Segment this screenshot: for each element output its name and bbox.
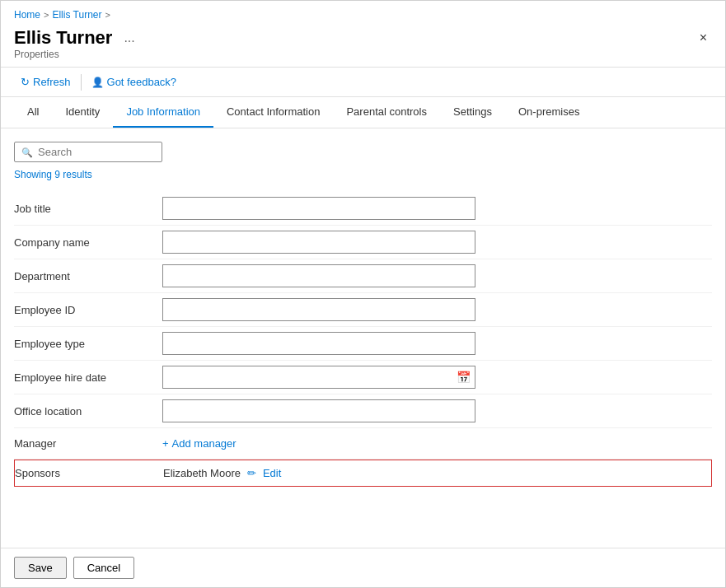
input-employee-type[interactable] bbox=[162, 332, 475, 355]
search-input[interactable] bbox=[38, 146, 155, 158]
content-area: Showing 9 results Job title Company name… bbox=[1, 128, 725, 548]
field-job-title: Job title bbox=[14, 192, 712, 226]
field-company-name: Company name bbox=[14, 226, 712, 259]
field-department: Department bbox=[14, 259, 712, 293]
breadcrumb: Home > Ellis Turner > bbox=[1, 1, 725, 24]
label-sponsors: Sponsors bbox=[15, 467, 163, 479]
feedback-label: Got feedback? bbox=[107, 76, 177, 88]
field-employee-type: Employee type bbox=[14, 327, 712, 361]
value-sponsors: Elizabeth Moore ✏ Edit bbox=[163, 467, 281, 479]
field-manager: Manager Add manager bbox=[14, 428, 712, 460]
form-fields: Job title Company name Department Employ… bbox=[14, 192, 712, 487]
field-employee-hire-date: Employee hire date 📅 bbox=[14, 361, 712, 394]
label-department: Department bbox=[14, 270, 162, 282]
value-department bbox=[162, 264, 475, 287]
tab-identity[interactable]: Identity bbox=[52, 97, 113, 128]
label-employee-type: Employee type bbox=[14, 338, 162, 350]
input-job-title[interactable] bbox=[162, 197, 475, 220]
refresh-icon bbox=[21, 76, 30, 88]
plus-icon bbox=[162, 437, 169, 450]
search-box bbox=[14, 142, 162, 162]
tab-job-information[interactable]: Job Information bbox=[113, 97, 213, 128]
value-job-title bbox=[162, 197, 475, 220]
tab-on-premises[interactable]: On-premises bbox=[505, 97, 593, 128]
input-employee-hire-date[interactable] bbox=[162, 366, 475, 389]
refresh-label: Refresh bbox=[33, 76, 71, 88]
value-employee-hire-date: 📅 bbox=[162, 366, 475, 389]
toolbar: Refresh Got feedback? bbox=[1, 67, 725, 97]
value-employee-id bbox=[162, 298, 475, 321]
tab-bar: All Identity Job Information Contact Inf… bbox=[1, 97, 725, 128]
value-office-location bbox=[162, 399, 475, 422]
add-manager-button[interactable]: Add manager bbox=[162, 437, 237, 450]
input-office-location[interactable] bbox=[162, 399, 475, 422]
breadcrumb-home[interactable]: Home bbox=[14, 9, 40, 21]
label-company-name: Company name bbox=[14, 236, 162, 249]
field-employee-id: Employee ID bbox=[14, 293, 712, 327]
tab-all[interactable]: All bbox=[14, 97, 52, 128]
sponsors-edit-button[interactable]: Edit bbox=[263, 467, 281, 479]
save-button[interactable]: Save bbox=[14, 557, 67, 579]
close-button[interactable]: × bbox=[695, 27, 712, 49]
cancel-button[interactable]: Cancel bbox=[73, 557, 134, 579]
add-manager-label: Add manager bbox=[172, 437, 237, 450]
results-count: Showing 9 results bbox=[14, 169, 712, 180]
tab-contact-information[interactable]: Contact Information bbox=[213, 97, 333, 128]
value-employee-type bbox=[162, 332, 475, 355]
value-manager: Add manager bbox=[162, 437, 475, 450]
title-area: Ellis Turner ... bbox=[14, 27, 140, 49]
main-window: Home > Ellis Turner > Ellis Turner ... ×… bbox=[0, 0, 726, 588]
label-employee-hire-date: Employee hire date bbox=[14, 371, 162, 384]
footer: Save Cancel bbox=[1, 548, 725, 587]
sponsor-name: Elizabeth Moore bbox=[163, 467, 241, 479]
page-title: Ellis Turner bbox=[14, 27, 112, 49]
breadcrumb-sep2: > bbox=[105, 10, 110, 20]
tab-parental-controls[interactable]: Parental controls bbox=[333, 97, 440, 128]
label-employee-id: Employee ID bbox=[14, 304, 162, 316]
label-manager: Manager bbox=[14, 437, 162, 450]
toolbar-separator bbox=[81, 74, 82, 91]
field-sponsors: Sponsors Elizabeth Moore ✏ Edit bbox=[14, 460, 712, 487]
field-office-location: Office location bbox=[14, 394, 712, 428]
input-employee-id[interactable] bbox=[162, 298, 475, 321]
input-company-name[interactable] bbox=[162, 231, 475, 254]
refresh-button[interactable]: Refresh bbox=[14, 72, 77, 91]
input-department[interactable] bbox=[162, 264, 475, 287]
edit-icon: ✏ bbox=[247, 467, 256, 479]
label-office-location: Office location bbox=[14, 405, 162, 418]
value-company-name bbox=[162, 231, 475, 254]
breadcrumb-user[interactable]: Ellis Turner bbox=[52, 9, 101, 21]
properties-label: Properties bbox=[1, 49, 725, 67]
label-job-title: Job title bbox=[14, 203, 162, 215]
more-button[interactable]: ... bbox=[119, 29, 139, 47]
feedback-button[interactable]: Got feedback? bbox=[85, 72, 184, 91]
date-wrapper: 📅 bbox=[162, 366, 475, 389]
feedback-icon bbox=[91, 76, 104, 88]
breadcrumb-sep1: > bbox=[44, 10, 49, 20]
page-header: Ellis Turner ... × bbox=[1, 24, 725, 49]
search-icon bbox=[21, 146, 33, 158]
tab-settings[interactable]: Settings bbox=[440, 97, 505, 128]
